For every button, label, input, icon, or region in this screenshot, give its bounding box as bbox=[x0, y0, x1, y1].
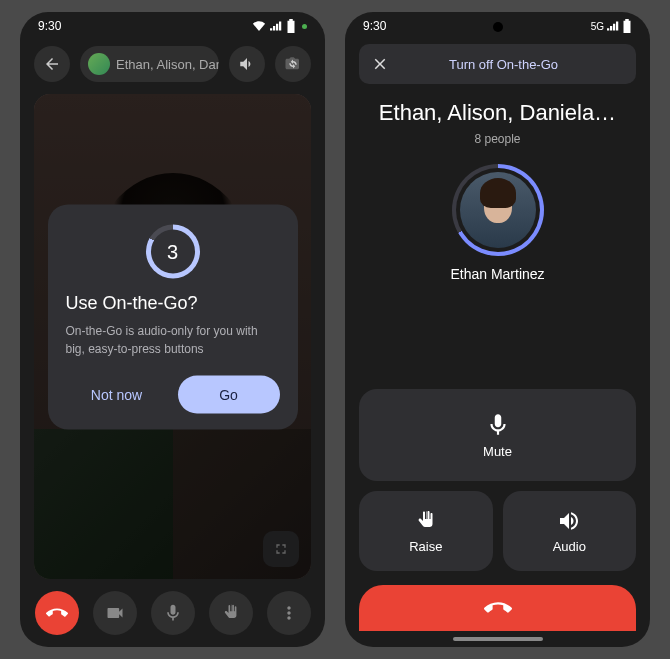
countdown-ring: 3 bbox=[146, 225, 200, 279]
audio-button[interactable]: Audio bbox=[503, 491, 637, 571]
speaker-button[interactable] bbox=[229, 46, 265, 82]
speaker-ring bbox=[452, 164, 544, 256]
arrow-left-icon bbox=[43, 55, 61, 73]
mute-button[interactable]: Mute bbox=[359, 389, 636, 481]
switch-camera-button[interactable] bbox=[275, 46, 311, 82]
battery-icon bbox=[286, 19, 296, 33]
audio-label: Audio bbox=[553, 539, 586, 554]
hangup-button[interactable] bbox=[35, 591, 79, 635]
hangup-icon bbox=[46, 602, 68, 624]
raise-button[interactable]: Raise bbox=[359, 491, 493, 571]
back-button[interactable] bbox=[34, 46, 70, 82]
countdown-value: 3 bbox=[167, 240, 178, 263]
flip-camera-icon bbox=[284, 55, 302, 73]
hand-icon bbox=[221, 603, 241, 623]
mute-label: Mute bbox=[483, 444, 512, 459]
dialog-description: On-the-Go is audio-only for you with big… bbox=[66, 322, 280, 358]
avatar bbox=[88, 53, 110, 75]
participants-count: 8 people bbox=[363, 132, 632, 146]
status-bar: 9:30 5G bbox=[345, 12, 650, 40]
raise-hand-button[interactable] bbox=[209, 591, 253, 635]
call-header: Ethan, Alison, Dani… bbox=[20, 40, 325, 88]
video-area: 3 Use On-the-Go? On-the-Go is audio-only… bbox=[34, 94, 311, 579]
status-time: 9:30 bbox=[363, 19, 386, 33]
call-title: Ethan, Alison, Daniela… 8 people bbox=[345, 84, 650, 150]
status-time: 9:30 bbox=[38, 19, 61, 33]
mic-button[interactable] bbox=[151, 591, 195, 635]
phone-left: 9:30 Ethan, Alison, Dani… bbox=[20, 12, 325, 647]
speaker-icon bbox=[557, 509, 581, 533]
active-speaker: Ethan Martinez bbox=[345, 164, 650, 282]
speaker-icon bbox=[238, 55, 256, 73]
go-button[interactable]: Go bbox=[178, 376, 280, 414]
network-label: 5G bbox=[591, 21, 604, 32]
on-the-go-controls: Mute Raise Audio bbox=[345, 375, 650, 585]
banner-label: Turn off On-the-Go bbox=[403, 57, 624, 72]
not-now-button[interactable]: Not now bbox=[66, 376, 168, 414]
status-icons bbox=[252, 19, 307, 33]
raise-label: Raise bbox=[409, 539, 442, 554]
dot-icon bbox=[302, 24, 307, 29]
hangup-button[interactable] bbox=[359, 585, 636, 631]
participants-pill[interactable]: Ethan, Alison, Dani… bbox=[80, 46, 219, 82]
on-the-go-dialog: 3 Use On-the-Go? On-the-Go is audio-only… bbox=[48, 205, 298, 430]
close-banner-button[interactable] bbox=[371, 55, 389, 73]
status-bar: 9:30 bbox=[20, 12, 325, 40]
more-button[interactable] bbox=[267, 591, 311, 635]
more-vert-icon bbox=[279, 603, 299, 623]
call-controls bbox=[20, 579, 325, 647]
status-icons: 5G bbox=[591, 19, 632, 33]
phone-right: 9:30 5G Turn off On-the-Go Ethan, Alison… bbox=[345, 12, 650, 647]
wifi-icon bbox=[252, 21, 266, 31]
camera-icon bbox=[105, 603, 125, 623]
camera-button[interactable] bbox=[93, 591, 137, 635]
hand-icon bbox=[414, 509, 438, 533]
participants-label: Ethan, Alison, Dani… bbox=[116, 57, 219, 72]
mic-icon bbox=[163, 603, 183, 623]
mic-icon bbox=[485, 412, 511, 438]
dialog-title: Use On-the-Go? bbox=[66, 293, 280, 314]
hangup-icon bbox=[484, 594, 512, 622]
speaker-name: Ethan Martinez bbox=[450, 266, 544, 282]
turn-off-banner[interactable]: Turn off On-the-Go bbox=[359, 44, 636, 84]
speaker-avatar[interactable] bbox=[460, 172, 536, 248]
participants-names: Ethan, Alison, Daniela… bbox=[363, 100, 632, 126]
home-indicator[interactable] bbox=[453, 637, 543, 641]
battery-icon bbox=[622, 19, 632, 33]
close-icon bbox=[371, 55, 389, 73]
signal-icon bbox=[607, 21, 619, 31]
signal-icon bbox=[270, 21, 282, 31]
